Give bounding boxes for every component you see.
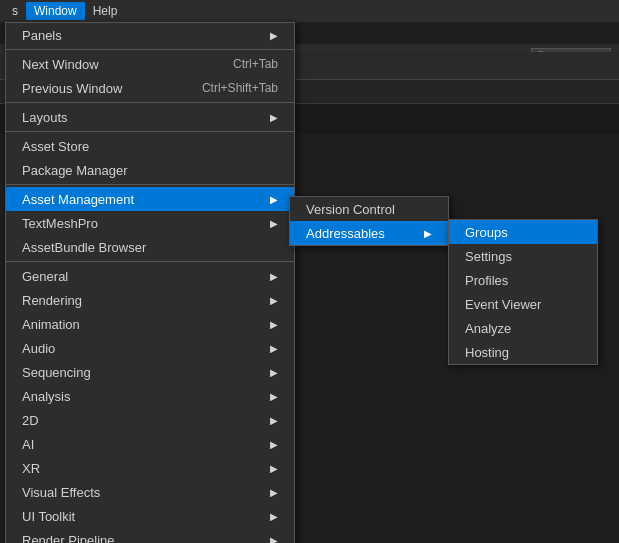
menu-item-panels[interactable]: Panels ▶ xyxy=(6,23,294,47)
separator-3 xyxy=(6,131,294,132)
menu-label: UI Toolkit xyxy=(22,509,75,524)
menu-label: Addressables xyxy=(306,226,385,241)
menu-item-asset-management[interactable]: Asset Management ▶ xyxy=(6,187,294,211)
menu-label: General xyxy=(22,269,68,284)
arrow-icon: ▶ xyxy=(270,535,278,544)
menu-label: Version Control xyxy=(306,202,395,217)
separator-1 xyxy=(6,49,294,50)
arrow-icon: ▶ xyxy=(270,194,278,205)
menu-item-next-window[interactable]: Next Window Ctrl+Tab xyxy=(6,52,294,76)
submenu-item-settings[interactable]: Settings xyxy=(449,244,597,268)
menu-item-ui-toolkit[interactable]: UI Toolkit ▶ xyxy=(6,504,294,528)
menu-bar: s Window Help xyxy=(0,0,619,22)
menu-label: Asset Store xyxy=(22,139,89,154)
menu-label: Audio xyxy=(22,341,55,356)
separator-4 xyxy=(6,184,294,185)
arrow-icon: ▶ xyxy=(270,30,278,41)
menu-item-animation[interactable]: Animation ▶ xyxy=(6,312,294,336)
menu-item-sequencing[interactable]: Sequencing ▶ xyxy=(6,360,294,384)
menu-label: Analysis xyxy=(22,389,70,404)
menu-label: Analyze xyxy=(465,321,511,336)
menu-item-xr[interactable]: XR ▶ xyxy=(6,456,294,480)
menu-label: Panels xyxy=(22,28,62,43)
arrow-icon: ▶ xyxy=(270,391,278,402)
menu-window[interactable]: Window xyxy=(26,2,85,20)
shortcut-text: Ctrl+Shift+Tab xyxy=(202,81,278,95)
arrow-icon: ▶ xyxy=(270,415,278,426)
menu-item-2d[interactable]: 2D ▶ xyxy=(6,408,294,432)
menu-label: Render Pipeline xyxy=(22,533,115,544)
menu-item-audio[interactable]: Audio ▶ xyxy=(6,336,294,360)
menu-label: TextMeshPro xyxy=(22,216,98,231)
menu-item-rendering[interactable]: Rendering ▶ xyxy=(6,288,294,312)
menu-item-layouts[interactable]: Layouts ▶ xyxy=(6,105,294,129)
arrow-icon: ▶ xyxy=(270,463,278,474)
submenu-item-profiles[interactable]: Profiles xyxy=(449,268,597,292)
menu-label: Rendering xyxy=(22,293,82,308)
menu-help[interactable]: Help xyxy=(85,2,126,20)
submenu-item-event-viewer[interactable]: Event Viewer xyxy=(449,292,597,316)
menu-label: Sequencing xyxy=(22,365,91,380)
menu-label: Event Viewer xyxy=(465,297,541,312)
menu-label: Hosting xyxy=(465,345,509,360)
arrow-icon: ▶ xyxy=(270,271,278,282)
menu-label: Groups xyxy=(465,225,508,240)
submenu-item-groups[interactable]: Groups xyxy=(449,220,597,244)
arrow-icon: ▶ xyxy=(270,367,278,378)
menu-item-ai[interactable]: AI ▶ xyxy=(6,432,294,456)
menu-label: Animation xyxy=(22,317,80,332)
submenu-item-version-control[interactable]: Version Control xyxy=(290,197,448,221)
menu-label: 2D xyxy=(22,413,39,428)
menu-label: Asset Management xyxy=(22,192,134,207)
menu-label: Visual Effects xyxy=(22,485,100,500)
submenu-item-analyze[interactable]: Analyze xyxy=(449,316,597,340)
asset-management-submenu: Version Control Addressables ▶ xyxy=(289,196,449,246)
addressables-submenu: Groups Settings Profiles Event Viewer An… xyxy=(448,219,598,365)
arrow-icon: ▶ xyxy=(270,487,278,498)
menu-label: XR xyxy=(22,461,40,476)
submenu-item-hosting[interactable]: Hosting xyxy=(449,340,597,364)
menu-label: AssetBundle Browser xyxy=(22,240,146,255)
arrow-icon: ▶ xyxy=(270,112,278,123)
menu-label: Next Window xyxy=(22,57,99,72)
arrow-icon: ▶ xyxy=(270,343,278,354)
menu-item-general[interactable]: General ▶ xyxy=(6,264,294,288)
arrow-icon: ▶ xyxy=(270,439,278,450)
arrow-icon: ▶ xyxy=(270,511,278,522)
menu-item-render-pipeline[interactable]: Render Pipeline ▶ xyxy=(6,528,294,543)
window-dropdown: Panels ▶ Next Window Ctrl+Tab Previous W… xyxy=(5,22,295,543)
menu-label: Settings xyxy=(465,249,512,264)
arrow-icon: ▶ xyxy=(270,319,278,330)
menu-s[interactable]: s xyxy=(4,2,26,20)
submenu-item-addressables[interactable]: Addressables ▶ xyxy=(290,221,448,245)
separator-5 xyxy=(6,261,294,262)
shortcut-text: Ctrl+Tab xyxy=(233,57,278,71)
separator-2 xyxy=(6,102,294,103)
menu-item-asset-store[interactable]: Asset Store xyxy=(6,134,294,158)
menu-item-textmeshpro[interactable]: TextMeshPro ▶ xyxy=(6,211,294,235)
menu-item-visual-effects[interactable]: Visual Effects ▶ xyxy=(6,480,294,504)
menu-label: Package Manager xyxy=(22,163,128,178)
menu-label: Profiles xyxy=(465,273,508,288)
arrow-icon: ▶ xyxy=(270,295,278,306)
menu-label: AI xyxy=(22,437,34,452)
arrow-icon: ▶ xyxy=(270,218,278,229)
menu-item-analysis[interactable]: Analysis ▶ xyxy=(6,384,294,408)
menu-label: Previous Window xyxy=(22,81,122,96)
menu-label: Layouts xyxy=(22,110,68,125)
menu-item-prev-window[interactable]: Previous Window Ctrl+Shift+Tab xyxy=(6,76,294,100)
menu-item-assetbundle[interactable]: AssetBundle Browser xyxy=(6,235,294,259)
arrow-icon: ▶ xyxy=(424,228,432,239)
menu-item-package-manager[interactable]: Package Manager xyxy=(6,158,294,182)
